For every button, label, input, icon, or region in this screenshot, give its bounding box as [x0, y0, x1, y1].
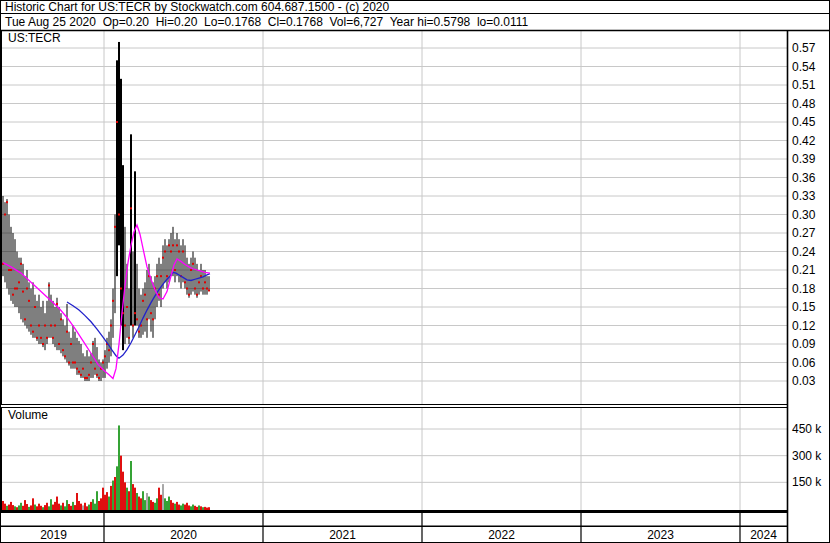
volume-tick-label: 450 k	[792, 422, 821, 436]
price-tick-label: 0.51	[792, 78, 815, 92]
price-tick-label: 0.36	[792, 171, 815, 185]
price-tick-label: 0.57	[792, 41, 815, 55]
price-tick-label: 0.42	[792, 134, 815, 148]
year-axis-label: 2020	[154, 529, 214, 542]
price-tick-label: 0.27	[792, 226, 815, 240]
year-axis-label: 2019	[24, 529, 84, 542]
year-axis-label: 2021	[313, 529, 373, 542]
price-tick-label: 0.54	[792, 60, 815, 74]
price-tick-label: 0.21	[792, 263, 815, 277]
price-tick-label: 0.33	[792, 189, 815, 203]
price-tick-label: 0.24	[792, 245, 815, 259]
symbol-label: US:TECR	[8, 32, 61, 45]
price-tick-label: 0.15	[792, 300, 815, 314]
price-tick-label: 0.09	[792, 337, 815, 351]
price-tick-label: 0.12	[792, 319, 815, 333]
price-tick-label: 0.30	[792, 208, 815, 222]
price-tick-label: 0.03	[792, 374, 815, 388]
volume-panel-label: Volume	[8, 409, 48, 422]
price-tick-label: 0.45	[792, 115, 815, 129]
chart-canvas	[1, 1, 829, 542]
price-tick-label: 0.39	[792, 152, 815, 166]
year-axis-label: 2023	[631, 529, 691, 542]
year-axis-label: 2024	[734, 529, 794, 542]
price-tick-label: 0.06	[792, 356, 815, 370]
price-tick-label: 0.48	[792, 97, 815, 111]
volume-tick-label: 150 k	[792, 475, 821, 489]
stockwatch-historic-chart-window: Historic Chart for US:TECR by Stockwatch…	[0, 0, 830, 543]
year-axis-label: 2022	[472, 529, 532, 542]
price-tick-label: 0.18	[792, 282, 815, 296]
volume-tick-label: 300 k	[792, 449, 821, 463]
